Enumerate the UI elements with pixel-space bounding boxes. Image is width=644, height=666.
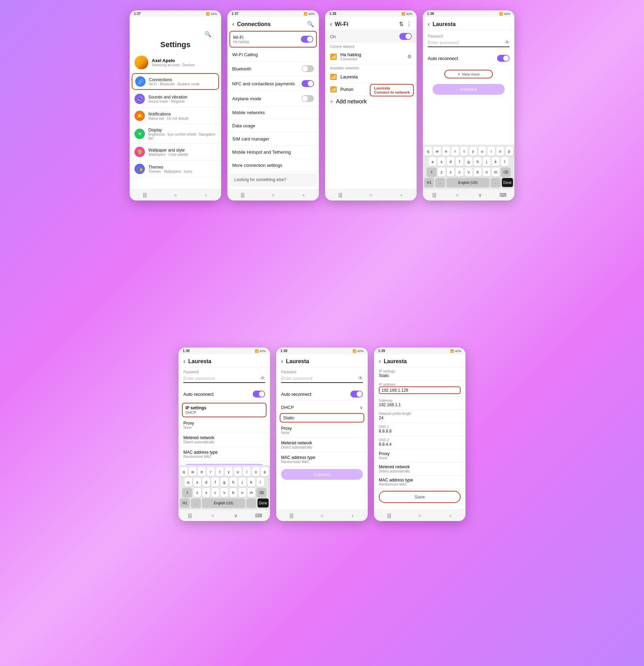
key-c-s5[interactable]: c	[211, 488, 219, 497]
pw-input-s5[interactable]: Enter password	[183, 376, 260, 381]
auto-toggle-s6[interactable]	[350, 391, 363, 398]
user-row[interactable]: Axel Apelo Samsung account · Devices	[130, 53, 221, 72]
key-w[interactable]: w	[433, 147, 441, 156]
key-comma-s5[interactable]: ,	[191, 498, 201, 507]
back-button-s4[interactable]: ‹	[428, 20, 430, 28]
key-p[interactable]: p	[505, 147, 513, 156]
key-j[interactable]: j	[483, 157, 490, 166]
key-comma[interactable]: ,	[435, 178, 445, 187]
nav-back[interactable]: ‹	[201, 191, 211, 198]
eye-icon[interactable]: 👁	[505, 40, 510, 45]
settings-item-wallpaper[interactable]: 🎨 Wallpaper and style Wallpapers · Color…	[130, 144, 221, 161]
key-w-s5[interactable]: w	[189, 467, 197, 476]
eye-icon-s6[interactable]: 👁	[358, 375, 363, 381]
nav-back-s6[interactable]: ‹	[347, 512, 358, 519]
nav-back-s3[interactable]: ‹	[396, 191, 407, 198]
nav-home[interactable]: ○	[170, 191, 181, 198]
key-r-s5[interactable]: r	[207, 467, 215, 476]
key-k-s5[interactable]: k	[247, 478, 255, 487]
nav-down-s5[interactable]: ∨	[230, 512, 241, 519]
key-q-s5[interactable]: q	[180, 467, 188, 476]
wifi-sort-icon[interactable]: ⇅	[399, 21, 403, 27]
key-f[interactable]: f	[456, 157, 463, 166]
key-j-s5[interactable]: j	[238, 478, 246, 487]
nav-home-s4[interactable]: ○	[452, 191, 462, 198]
key-d[interactable]: d	[447, 157, 454, 166]
key-b-s5[interactable]: b	[229, 488, 237, 497]
conn-airplane[interactable]: Airplane mode	[227, 91, 319, 106]
key-space[interactable]: English (US)	[446, 178, 489, 187]
nav-recent-s6[interactable]: |||	[286, 512, 297, 519]
nav-recent-s4[interactable]: |||	[429, 191, 440, 198]
back-button-s7[interactable]: ‹	[379, 358, 381, 365]
key-done[interactable]: Done	[502, 178, 513, 187]
settings-item-themes[interactable]: 🎭 Themes Themes · Wallpapers · Icons	[130, 161, 221, 178]
conn-looking[interactable]: Looking for something else?	[229, 173, 317, 186]
nfc-toggle[interactable]	[302, 80, 314, 87]
key-x[interactable]: x	[447, 168, 454, 177]
key-n[interactable]: n	[483, 168, 490, 177]
key-b[interactable]: b	[474, 168, 481, 177]
current-network[interactable]: 📶 Ha hatdog Connected ⚙	[325, 49, 417, 64]
key-o-s5[interactable]: o	[252, 467, 260, 476]
conn-mobilenets[interactable]: Mobile networks	[227, 106, 319, 119]
network-lauresta[interactable]: 📶 Lauresta	[325, 71, 417, 83]
key-backspace[interactable]: ⌫	[501, 168, 511, 177]
nav-home-s6[interactable]: ○	[317, 512, 327, 519]
nav-down-s4[interactable]: ∨	[475, 191, 485, 198]
key-q[interactable]: q	[424, 147, 432, 156]
auto-reconnect-toggle[interactable]	[497, 55, 510, 62]
back-button-s5[interactable]: ‹	[183, 358, 185, 365]
key-t[interactable]: t	[460, 147, 468, 156]
conn-simcard[interactable]: SIM card manager	[227, 133, 319, 146]
nav-recent[interactable]: |||	[140, 191, 150, 198]
key-m-s5[interactable]: m	[247, 488, 255, 497]
key-i[interactable]: i	[487, 147, 495, 156]
key-z-s5[interactable]: z	[193, 488, 201, 497]
key-z[interactable]: z	[438, 168, 445, 177]
auto-toggle-s5[interactable]	[253, 391, 265, 398]
key-a[interactable]: a	[429, 157, 436, 166]
nav-keyboard-s5[interactable]: ⌨	[253, 512, 264, 519]
key-d-s5[interactable]: d	[202, 478, 210, 487]
key-u[interactable]: u	[478, 147, 486, 156]
key-p-s5[interactable]: p	[261, 467, 269, 476]
key-l-s5[interactable]: l	[256, 478, 264, 487]
key-h[interactable]: h	[474, 157, 481, 166]
nav-recent-s3[interactable]: |||	[335, 191, 346, 198]
key-c[interactable]: c	[456, 168, 463, 177]
nav-recent-s5[interactable]: |||	[185, 512, 195, 519]
back-button-s2[interactable]: ‹	[232, 20, 234, 28]
key-g-s5[interactable]: g	[220, 478, 228, 487]
ip-address-value[interactable]: 192.168.1.128	[379, 386, 461, 394]
ip-settings-highlighted[interactable]: IP settings DHCP	[182, 403, 267, 417]
key-f-s5[interactable]: f	[211, 478, 219, 487]
key-o[interactable]: o	[496, 147, 504, 156]
key-r[interactable]: r	[451, 147, 459, 156]
wifi-on-toggle[interactable]	[399, 33, 412, 40]
nav-recent-s2[interactable]: |||	[237, 191, 248, 198]
key-k[interactable]: k	[492, 157, 499, 166]
bluetooth-toggle[interactable]	[302, 65, 314, 72]
conn-wifi[interactable]: Wi-Fi Ha hatdog	[229, 31, 317, 48]
key-space-s5[interactable]: English (US)	[202, 498, 245, 507]
key-shift[interactable]: ⇧	[427, 168, 436, 177]
nav-home-s7[interactable]: ○	[415, 512, 425, 519]
static-option-highlighted[interactable]: Static	[280, 413, 364, 422]
nav-home-s5[interactable]: ○	[208, 512, 218, 519]
eye-icon-s5[interactable]: 👁	[260, 375, 265, 381]
pw-input-s6[interactable]: Enter password	[281, 376, 358, 381]
nav-recent-s7[interactable]: |||	[384, 512, 394, 519]
add-network-row[interactable]: + Add network	[325, 96, 417, 108]
search-icon[interactable]: 🔍	[204, 31, 211, 37]
airplane-toggle[interactable]	[302, 95, 314, 102]
key-v[interactable]: v	[465, 168, 472, 177]
save-button[interactable]: Save	[379, 491, 461, 503]
key-t-s5[interactable]: t	[216, 467, 224, 476]
key-shift-s5[interactable]: ⇧	[182, 488, 192, 497]
key-e-s5[interactable]: e	[198, 467, 206, 476]
key-symbols-s5[interactable]: !#1	[180, 498, 190, 507]
key-e[interactable]: e	[442, 147, 450, 156]
key-y-s5[interactable]: y	[225, 467, 233, 476]
gear-icon-current[interactable]: ⚙	[407, 54, 412, 59]
